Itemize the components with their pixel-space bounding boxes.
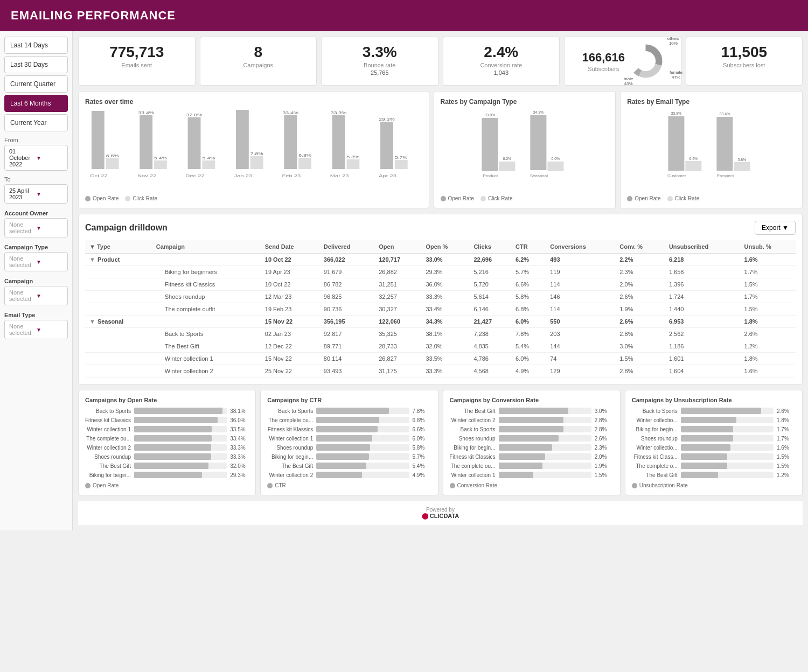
list-item: The Best Gift 5.4% [267, 463, 431, 469]
svg-text:Seasonal: Seasonal [530, 173, 548, 178]
col-conversions: Conversions [546, 240, 615, 254]
to-date-value: 25 April 2023 [9, 187, 36, 200]
col-campaign: Campaign [152, 240, 261, 254]
list-item: Winter collection 2 4.9% [267, 472, 431, 478]
kpi-campaigns: 8 Campaigns [200, 37, 317, 86]
kpi-sublost-value: 11,505 [695, 44, 794, 61]
svg-rect-24 [347, 159, 360, 169]
kpi-row: 775,713 Emails sent 8 Campaigns 3.3% Bou… [78, 37, 803, 86]
sidebar-btn-last14[interactable]: Last 14 Days [4, 37, 68, 54]
rates-by-email-legend: Open Rate Click Rate [627, 195, 796, 201]
kpi-subscribers-label: Subscribers [582, 66, 625, 72]
svg-text:33.4%: 33.4% [283, 111, 299, 115]
sidebar-btn-quarter[interactable]: Current Quarter [4, 75, 68, 93]
kpi-subscribers-value: 166,616 [582, 51, 625, 65]
svg-rect-48 [668, 116, 685, 171]
rates-by-email-title: Rates by Email Type [627, 98, 796, 106]
svg-rect-15 [236, 110, 249, 169]
rates-over-time-card: Rates over time 36.0% 6.6% 33.4% 5.4% 32… [78, 91, 429, 208]
kpi-bounce-label: Bounce rate [330, 62, 429, 68]
table-row: Winter collection 1 15 Nov 22 80,114 26,… [85, 353, 796, 365]
rates-by-campaign-legend: Open Rate Click Rate [441, 195, 609, 201]
open-rate-bars: Back to Sports 38.1% Fitness kit Classic… [85, 408, 249, 478]
to-date-picker[interactable]: 25 April 2023 ▼ [4, 184, 68, 204]
email-type-select[interactable]: None selected ▼ [4, 320, 68, 339]
unsub-bars: Back to Sports 2.6% Winter collectio... … [632, 408, 796, 478]
svg-rect-3 [92, 111, 105, 169]
campaign-label: Campaign [4, 278, 68, 284]
account-owner-value: None selected [9, 221, 36, 234]
svg-text:5.8%: 5.8% [347, 155, 360, 159]
svg-text:Jan 23: Jan 23 [234, 173, 252, 178]
list-item: Fitness kit Classics 2.0% [450, 453, 614, 460]
drilldown-header: Campaign drilldown Export ▼ [85, 221, 796, 235]
list-item: Back to Sports 38.1% [85, 408, 249, 414]
kpi-bounce-value: 3.3% [330, 44, 429, 61]
list-item: The complete ou... 1.9% [450, 463, 614, 469]
legend-open: Open Rate [93, 195, 119, 201]
to-label: To [4, 176, 68, 183]
conv-bars: The Best Gift 3.0% Winter collection 2 2… [450, 408, 614, 478]
from-date-picker[interactable]: 01 October 2022 ▼ [4, 145, 68, 171]
kpi-conversion-value: 2.4% [452, 44, 551, 61]
list-item: Biking for begin... 5.7% [267, 453, 431, 460]
sidebar: Last 14 Days Last 30 Days Current Quarte… [0, 31, 73, 530]
svg-rect-4 [106, 158, 119, 169]
svg-text:6.0%: 6.0% [551, 157, 560, 160]
brand-logo: ⬤ CLICDATA [422, 513, 459, 519]
sidebar-btn-last6m[interactable]: Last 6 Months [4, 95, 68, 112]
svg-text:7.8%: 7.8% [250, 152, 263, 156]
export-button[interactable]: Export ▼ [755, 221, 796, 235]
svg-text:5.4%: 5.4% [154, 156, 167, 160]
svg-rect-38 [482, 118, 498, 171]
svg-rect-43 [547, 162, 563, 171]
kpi-emails-label: Emails sent [87, 62, 186, 68]
campaign-type-select[interactable]: None selected ▼ [4, 252, 68, 271]
col-unsubpct: Unsub. % [740, 240, 796, 254]
col-delivered: Delivered [319, 240, 374, 254]
sidebar-btn-year[interactable]: Current Year [4, 114, 68, 131]
list-item: Winter collectio... 1.6% [632, 444, 796, 451]
list-item: Winter collection 2 33.3% [85, 444, 249, 451]
footer: Powered by ⬤ CLICDATA [78, 501, 803, 525]
campaign-select[interactable]: None selected ▼ [4, 286, 68, 305]
table-row: Back to Sports 02 Jan 23 92,817 35,325 3… [85, 328, 796, 340]
rates-by-campaign-svg: 33.0% 6.2% 34.3% 6.0% Product Seasonal [441, 110, 609, 191]
svg-text:Dec 22: Dec 22 [185, 173, 204, 178]
table-row: Winter collection 2 25 Nov 22 93,493 31,… [85, 365, 796, 377]
kpi-emails-value: 775,713 [87, 44, 186, 61]
kpi-sublost-label: Subscribers lost [695, 62, 794, 68]
powered-by: Powered by [426, 507, 455, 513]
rates-by-campaign-title: Rates by Campaign Type [441, 98, 609, 106]
donut-svg [628, 44, 663, 79]
svg-rect-16 [250, 156, 263, 169]
account-owner-label: Account Owner [4, 210, 68, 216]
col-openpct: Open % [421, 240, 469, 254]
table-row: The Best Gift 12 Dec 22 89,771 28,733 32… [85, 340, 796, 353]
drilldown-table: ▼ Type Campaign Send Date Delivered Open… [85, 240, 796, 377]
svg-text:Feb 23: Feb 23 [282, 173, 301, 178]
campaigns-ctr-title: Campaigns by CTR [267, 397, 431, 403]
from-label: From [4, 137, 68, 143]
list-item: Biking for begin... 29.3% [85, 472, 249, 478]
donut-male-label: male43% [624, 76, 633, 86]
list-item: Shoes roundup 33.3% [85, 453, 249, 460]
sidebar-btn-last30[interactable]: Last 30 Days [4, 56, 68, 73]
account-owner-select[interactable]: None selected ▼ [4, 218, 68, 237]
campaigns-open-title: Campaigns by Open Rate [85, 397, 249, 403]
svg-rect-12 [202, 160, 215, 169]
list-item: Fitness kit Klassics 6.6% [267, 426, 431, 432]
email-type-arrow: ▼ [36, 327, 63, 333]
svg-text:34.3%: 34.3% [533, 110, 544, 114]
table-row: The complete outfit 19 Feb 23 90,736 30,… [85, 303, 796, 316]
kpi-campaigns-label: Campaigns [209, 62, 308, 68]
list-item: The Best Gift 3.0% [450, 408, 614, 414]
svg-rect-20 [298, 158, 311, 169]
rates-over-time-svg: 36.0% 6.6% 33.4% 5.4% 32.0% 5.4% 38.1% [85, 110, 422, 191]
list-item: Fitness kit Classics 36.0% [85, 417, 249, 423]
drilldown-card: Campaign drilldown Export ▼ ▼ Type Campa… [78, 214, 803, 384]
table-row: ▼Product 10 Oct 22 366,022 120,717 33.0%… [85, 254, 796, 266]
table-row: ▼Seasonal 15 Nov 22 356,195 122,060 34.3… [85, 316, 796, 328]
svg-rect-8 [154, 160, 167, 169]
svg-text:6.4%: 6.4% [689, 157, 698, 160]
